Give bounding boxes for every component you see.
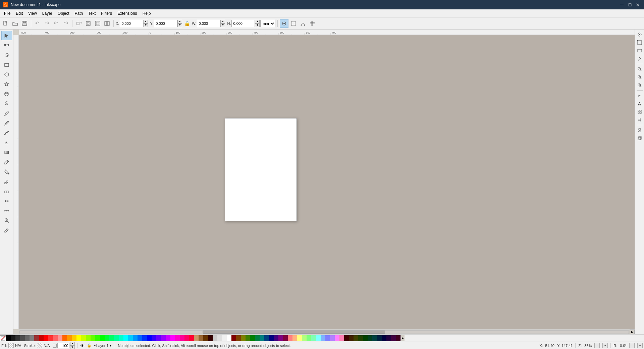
h-decrement-button[interactable]: ▼ (255, 23, 260, 27)
color-swatch[interactable] (152, 335, 156, 341)
rp-grid1[interactable] (636, 108, 643, 115)
color-swatch[interactable] (194, 335, 199, 341)
color-swatch[interactable] (123, 335, 128, 341)
lock-aspect-icon[interactable]: 🔒 (183, 21, 191, 26)
tool-pen[interactable] (1, 118, 12, 128)
h-scrollbar-track[interactable] (19, 330, 629, 334)
color-swatch[interactable] (217, 335, 222, 341)
color-swatch[interactable] (142, 335, 147, 341)
palette-scroll-button[interactable]: ▶ (400, 335, 405, 341)
color-swatch[interactable] (133, 335, 138, 341)
color-swatch[interactable] (368, 335, 372, 341)
color-swatch[interactable] (377, 335, 382, 341)
color-swatch[interactable] (67, 335, 72, 341)
color-swatch[interactable] (264, 335, 269, 341)
tool-zoom[interactable] (1, 216, 12, 225)
fill-box[interactable] (8, 343, 14, 348)
tool-rect[interactable] (1, 60, 12, 69)
x-decrement-button[interactable]: ▼ (143, 23, 148, 27)
color-swatch[interactable] (48, 335, 53, 341)
tool-ellipse[interactable] (1, 70, 12, 79)
zoom-decrement-button[interactable]: - (594, 343, 600, 348)
color-swatch[interactable] (335, 335, 339, 341)
color-swatch[interactable] (161, 335, 166, 341)
no-color-swatch[interactable] (0, 335, 6, 341)
color-swatch[interactable] (358, 335, 363, 341)
color-swatch[interactable] (91, 335, 95, 341)
horizontal-scrollbar[interactable]: ▶ (19, 329, 635, 334)
tool-calligraphy[interactable] (1, 128, 12, 138)
color-swatch[interactable] (386, 335, 391, 341)
color-swatch[interactable] (227, 335, 231, 341)
rp-zoom-fit[interactable] (636, 82, 643, 89)
color-swatch[interactable] (81, 335, 86, 341)
menu-view[interactable]: View (25, 9, 40, 17)
tool-dropper2[interactable] (1, 226, 12, 235)
color-swatch[interactable] (6, 335, 11, 341)
rp-rotate[interactable]: ✂ (636, 92, 643, 99)
color-swatch[interactable] (278, 335, 283, 341)
color-swatch[interactable] (44, 335, 48, 341)
maximize-button[interactable]: □ (627, 1, 633, 8)
color-swatch[interactable] (147, 335, 152, 341)
snap-to-bbox-rp[interactable] (636, 31, 643, 38)
open-button[interactable] (11, 19, 19, 28)
rotation-increment-button[interactable]: + (637, 343, 643, 348)
color-swatch[interactable] (372, 335, 377, 341)
rotation-decrement-button[interactable]: - (629, 343, 635, 348)
tool-text[interactable]: A (1, 138, 12, 147)
rp-paste[interactable] (636, 135, 643, 142)
color-swatch[interactable] (203, 335, 208, 341)
color-swatch[interactable] (260, 335, 264, 341)
redo2-button[interactable] (61, 19, 70, 28)
menu-filters[interactable]: Filters (98, 9, 115, 17)
tool-spray[interactable] (1, 177, 12, 186)
color-swatch[interactable] (255, 335, 260, 341)
tool-eyedropper[interactable] (1, 157, 12, 167)
color-swatch[interactable] (250, 335, 255, 341)
color-swatch[interactable] (311, 335, 316, 341)
tool-connector[interactable] (1, 196, 12, 206)
color-swatch[interactable] (39, 335, 44, 341)
tool-star[interactable] (1, 80, 12, 89)
rp-grid2[interactable] (636, 116, 643, 123)
snap-bbox-button[interactable] (289, 19, 298, 28)
color-swatch[interactable] (58, 335, 62, 341)
opacity-decrement[interactable]: ▼ (70, 346, 75, 349)
color-swatch[interactable] (25, 335, 30, 341)
tool-measure[interactable] (1, 206, 12, 215)
save-button[interactable] (20, 19, 29, 28)
tool-selector[interactable] (1, 31, 12, 40)
canvas[interactable] (19, 35, 635, 329)
snap-enable-button[interactable] (280, 19, 288, 28)
h-coord-input[interactable] (231, 20, 255, 27)
x-increment-button[interactable]: ▲ (143, 20, 148, 23)
color-swatch[interactable] (274, 335, 278, 341)
layer-selector[interactable]: • Layer 1 ▼ (94, 343, 112, 348)
w-increment-button[interactable]: ▲ (220, 20, 225, 23)
y-decrement-button[interactable]: ▼ (177, 23, 182, 27)
color-swatch[interactable] (213, 335, 217, 341)
color-swatch[interactable] (20, 335, 25, 341)
zoom-fit-page[interactable] (93, 19, 102, 28)
tool-3dbox[interactable] (1, 89, 12, 99)
tool-pencil[interactable] (1, 109, 12, 118)
unit-select[interactable]: mm px pt cm in (260, 20, 275, 27)
tool-tweak[interactable] (1, 50, 12, 60)
layer-dropdown-icon[interactable]: ▼ (109, 344, 112, 347)
color-swatch[interactable] (114, 335, 119, 341)
h-scrollbar-thumb[interactable] (203, 331, 385, 334)
color-swatch[interactable] (349, 335, 354, 341)
opacity-increment[interactable]: ▲ (70, 342, 75, 346)
color-swatch[interactable] (156, 335, 161, 341)
color-swatch[interactable] (184, 335, 189, 341)
color-swatch[interactable] (170, 335, 175, 341)
y-increment-button[interactable]: ▲ (177, 20, 182, 23)
color-swatch[interactable] (100, 335, 105, 341)
snap-grid-button[interactable] (308, 19, 317, 28)
color-swatch[interactable] (363, 335, 368, 341)
color-swatch[interactable] (382, 335, 386, 341)
menu-text[interactable]: Text (86, 9, 98, 17)
menu-path[interactable]: Path (72, 9, 86, 17)
zoom-fit-drawing[interactable] (84, 19, 93, 28)
